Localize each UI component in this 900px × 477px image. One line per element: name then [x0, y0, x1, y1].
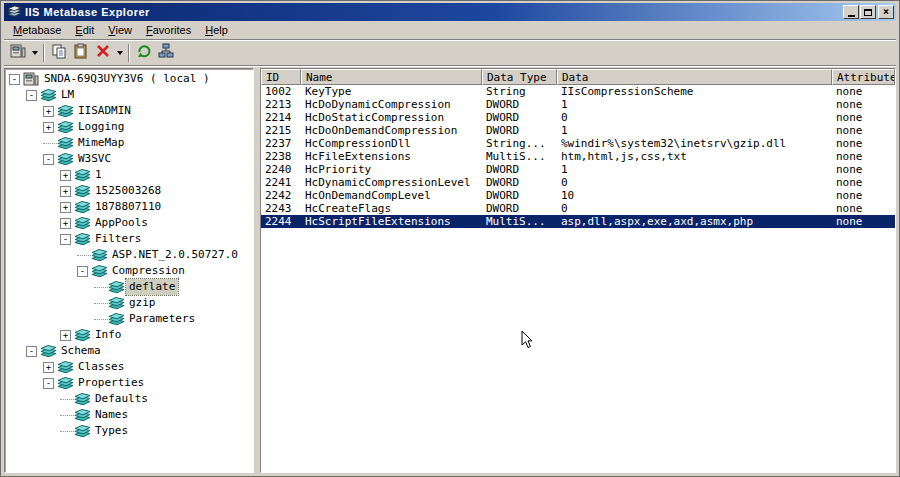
list-row-2242[interactable]: 2242HcOnDemandCompLevelDWORD10none — [261, 189, 895, 202]
chevron-down-icon — [32, 51, 38, 55]
minimize-icon — [848, 15, 855, 17]
list-row-2244[interactable]: 2244HcScriptFileExtensionsMultiS...asp,d… — [261, 215, 895, 228]
menu-help[interactable]: Help — [198, 22, 235, 39]
list-row-2213[interactable]: 2213HcDoDynamicCompressionDWORD1none — [261, 98, 895, 111]
column-header-data-type[interactable]: Data Type — [482, 69, 557, 85]
tree-node-apppools[interactable]: +AppPools — [5, 215, 253, 231]
collapse-box-icon[interactable]: - — [26, 90, 37, 101]
cell-attributes: none — [832, 111, 895, 124]
column-header-name[interactable]: Name — [301, 69, 482, 85]
tree-node-compression[interactable]: -Compression — [5, 263, 253, 279]
tree-connector — [77, 255, 91, 256]
tree-indent — [5, 143, 43, 144]
expand-box-icon[interactable]: + — [60, 170, 71, 181]
list-row-2243[interactable]: 2243HcCreateFlagsDWORD0none — [261, 202, 895, 215]
expand-box-icon[interactable]: + — [43, 106, 54, 117]
cell-type: DWORD — [482, 189, 557, 202]
tree-node-lm[interactable]: -LM — [5, 87, 253, 103]
collapse-box-icon[interactable]: - — [43, 154, 54, 165]
tree-node-types[interactable]: Types — [5, 423, 253, 439]
metabase-key-icon — [74, 392, 92, 407]
tree-node-mimemap[interactable]: MimeMap — [5, 135, 253, 151]
expand-box-icon[interactable]: + — [43, 362, 54, 373]
copy-button[interactable] — [48, 42, 70, 64]
connect-dropdown-button[interactable] — [29, 42, 40, 64]
list-row-2214[interactable]: 2214HcDoStaticCompressionDWORD0none — [261, 111, 895, 124]
tree-node-iisadmin[interactable]: +IISADMIN — [5, 103, 253, 119]
tree-node-asp-net-2-0-50727-0[interactable]: ASP.NET_2.0.50727.0 — [5, 247, 253, 263]
refresh-button[interactable] — [133, 42, 155, 64]
list-row-2238[interactable]: 2238HcFileExtensionsMultiS...htm,html,js… — [261, 150, 895, 163]
collapse-box-icon[interactable]: - — [77, 266, 88, 277]
tree-node-info[interactable]: +Info — [5, 327, 253, 343]
menu-metabase[interactable]: Metabase — [6, 22, 68, 39]
tree-label: SNDA-69Q3UYY3V6 ( local ) — [41, 71, 213, 87]
tree-node-defaults[interactable]: Defaults — [5, 391, 253, 407]
delete-button[interactable] — [92, 42, 114, 64]
tree-node-classes[interactable]: +Classes — [5, 359, 253, 375]
menu-edit[interactable]: Edit — [68, 22, 101, 39]
tree-indent — [5, 303, 94, 304]
tree-label: deflate — [126, 279, 178, 295]
collapse-box-icon[interactable]: - — [26, 346, 37, 357]
tree-node-1[interactable]: +1 — [5, 167, 253, 183]
tree-node-w3svc[interactable]: -W3SVC — [5, 151, 253, 167]
tree-node-properties[interactable]: -Properties — [5, 375, 253, 391]
metabase-key-icon — [91, 248, 109, 263]
close-button[interactable]: × — [878, 5, 894, 19]
tree-node-gzip[interactable]: gzip — [5, 295, 253, 311]
connect-button[interactable] — [7, 42, 29, 64]
title-bar[interactable]: IIS Metabase Explorer × — [4, 3, 896, 21]
tree-node-1525003268[interactable]: +1525003268 — [5, 183, 253, 199]
cell-type: DWORD — [482, 202, 557, 215]
expand-box-icon[interactable]: + — [60, 186, 71, 197]
tree-node-parameters[interactable]: Parameters — [5, 311, 253, 327]
menu-view[interactable]: View — [101, 22, 139, 39]
metabase-key-icon — [74, 232, 92, 247]
metabase-key-icon — [57, 152, 75, 167]
tree-label: 1878807110 — [92, 199, 164, 215]
tree-label: IISADMIN — [75, 103, 134, 119]
delete-dropdown-button[interactable] — [114, 42, 125, 64]
cell-attributes: none — [832, 124, 895, 137]
tree-label: gzip — [126, 295, 159, 311]
tree-indent — [5, 271, 77, 272]
list-row-2240[interactable]: 2240HcPriorityDWORD1none — [261, 163, 895, 176]
expand-box-icon[interactable]: + — [60, 202, 71, 213]
tree-node-snda-69q3uyy3v6-local[interactable]: -SNDA-69Q3UYY3V6 ( local ) — [5, 71, 253, 87]
collapse-box-icon[interactable]: - — [9, 74, 20, 85]
list-row-1002[interactable]: 1002KeyTypeStringIIsCompressionSchemenon… — [261, 85, 895, 98]
tree-node-logging[interactable]: +Logging — [5, 119, 253, 135]
menu-favorites[interactable]: Favorites — [139, 22, 198, 39]
cell-attributes: none — [832, 98, 895, 111]
tree-label: Logging — [75, 119, 127, 135]
tree-node-filters[interactable]: -Filters — [5, 231, 253, 247]
cell-name: HcOnDemandCompLevel — [301, 189, 482, 202]
tree-node-names[interactable]: Names — [5, 407, 253, 423]
metabase-key-icon — [40, 344, 58, 359]
cell-attributes: none — [832, 85, 895, 98]
expand-box-icon[interactable]: + — [60, 330, 71, 341]
list-row-2215[interactable]: 2215HcDoOnDemandCompressionDWORD1none — [261, 124, 895, 137]
collapse-box-icon[interactable]: - — [60, 234, 71, 245]
list-row-2237[interactable]: 2237HcCompressionDllString...%windir%\sy… — [261, 137, 895, 150]
tree-node-schema[interactable]: -Schema — [5, 343, 253, 359]
paste-button[interactable] — [70, 42, 92, 64]
tree-node-1878807110[interactable]: +1878807110 — [5, 199, 253, 215]
tree-node-deflate[interactable]: deflate — [5, 279, 253, 295]
minimize-button[interactable] — [843, 5, 859, 19]
tree-connector — [94, 303, 108, 304]
column-header-attributes[interactable]: Attributes — [832, 69, 895, 85]
column-header-data[interactable]: Data — [557, 69, 832, 85]
cell-id: 2215 — [261, 124, 301, 137]
expand-box-icon[interactable]: + — [43, 122, 54, 133]
metabase-key-icon — [74, 424, 92, 439]
column-header-id[interactable]: ID — [261, 69, 301, 85]
list-row-2241[interactable]: 2241HcDynamicCompressionLevelDWORD0none — [261, 176, 895, 189]
expand-box-icon[interactable]: + — [60, 218, 71, 229]
metabase-key-icon — [108, 312, 126, 327]
maximize-button[interactable] — [860, 5, 876, 19]
cell-attributes: none — [832, 202, 895, 215]
collapse-box-icon[interactable]: - — [43, 378, 54, 389]
network-button[interactable] — [155, 42, 177, 64]
